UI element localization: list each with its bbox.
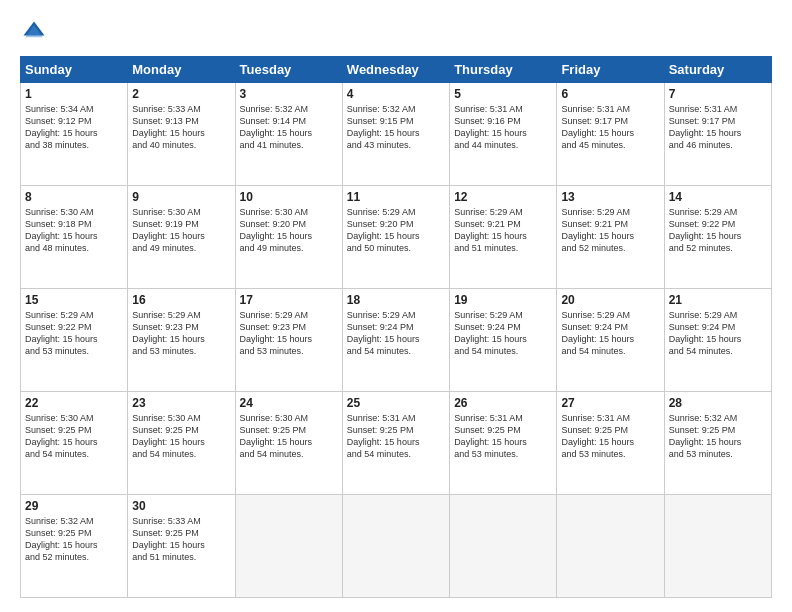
day-cell: 5Sunrise: 5:31 AM Sunset: 9:16 PM Daylig… [450, 83, 557, 186]
day-number: 28 [669, 396, 767, 410]
week-row-5: 29Sunrise: 5:32 AM Sunset: 9:25 PM Dayli… [21, 495, 772, 598]
day-cell [342, 495, 449, 598]
day-cell: 9Sunrise: 5:30 AM Sunset: 9:19 PM Daylig… [128, 186, 235, 289]
day-cell: 19Sunrise: 5:29 AM Sunset: 9:24 PM Dayli… [450, 289, 557, 392]
day-cell: 16Sunrise: 5:29 AM Sunset: 9:23 PM Dayli… [128, 289, 235, 392]
day-cell: 13Sunrise: 5:29 AM Sunset: 9:21 PM Dayli… [557, 186, 664, 289]
day-number: 8 [25, 190, 123, 204]
day-info: Sunrise: 5:30 AM Sunset: 9:25 PM Dayligh… [240, 412, 338, 461]
week-row-2: 8Sunrise: 5:30 AM Sunset: 9:18 PM Daylig… [21, 186, 772, 289]
day-info: Sunrise: 5:31 AM Sunset: 9:25 PM Dayligh… [561, 412, 659, 461]
day-number: 1 [25, 87, 123, 101]
day-info: Sunrise: 5:29 AM Sunset: 9:24 PM Dayligh… [454, 309, 552, 358]
day-info: Sunrise: 5:29 AM Sunset: 9:22 PM Dayligh… [25, 309, 123, 358]
header-row: SundayMondayTuesdayWednesdayThursdayFrid… [21, 57, 772, 83]
day-info: Sunrise: 5:32 AM Sunset: 9:14 PM Dayligh… [240, 103, 338, 152]
day-cell: 15Sunrise: 5:29 AM Sunset: 9:22 PM Dayli… [21, 289, 128, 392]
day-info: Sunrise: 5:33 AM Sunset: 9:25 PM Dayligh… [132, 515, 230, 564]
day-info: Sunrise: 5:32 AM Sunset: 9:15 PM Dayligh… [347, 103, 445, 152]
day-cell: 29Sunrise: 5:32 AM Sunset: 9:25 PM Dayli… [21, 495, 128, 598]
day-cell: 17Sunrise: 5:29 AM Sunset: 9:23 PM Dayli… [235, 289, 342, 392]
col-header-tuesday: Tuesday [235, 57, 342, 83]
day-info: Sunrise: 5:31 AM Sunset: 9:17 PM Dayligh… [669, 103, 767, 152]
day-cell: 8Sunrise: 5:30 AM Sunset: 9:18 PM Daylig… [21, 186, 128, 289]
day-number: 9 [132, 190, 230, 204]
day-info: Sunrise: 5:29 AM Sunset: 9:20 PM Dayligh… [347, 206, 445, 255]
day-cell: 11Sunrise: 5:29 AM Sunset: 9:20 PM Dayli… [342, 186, 449, 289]
day-cell: 4Sunrise: 5:32 AM Sunset: 9:15 PM Daylig… [342, 83, 449, 186]
day-number: 2 [132, 87, 230, 101]
day-cell [664, 495, 771, 598]
day-info: Sunrise: 5:32 AM Sunset: 9:25 PM Dayligh… [25, 515, 123, 564]
calendar-table: SundayMondayTuesdayWednesdayThursdayFrid… [20, 56, 772, 598]
day-number: 15 [25, 293, 123, 307]
logo [20, 18, 52, 46]
day-number: 20 [561, 293, 659, 307]
week-row-1: 1Sunrise: 5:34 AM Sunset: 9:12 PM Daylig… [21, 83, 772, 186]
day-info: Sunrise: 5:30 AM Sunset: 9:19 PM Dayligh… [132, 206, 230, 255]
day-number: 11 [347, 190, 445, 204]
col-header-monday: Monday [128, 57, 235, 83]
col-header-thursday: Thursday [450, 57, 557, 83]
day-number: 14 [669, 190, 767, 204]
day-number: 22 [25, 396, 123, 410]
day-info: Sunrise: 5:30 AM Sunset: 9:25 PM Dayligh… [25, 412, 123, 461]
day-cell: 7Sunrise: 5:31 AM Sunset: 9:17 PM Daylig… [664, 83, 771, 186]
day-number: 5 [454, 87, 552, 101]
day-number: 26 [454, 396, 552, 410]
day-cell: 1Sunrise: 5:34 AM Sunset: 9:12 PM Daylig… [21, 83, 128, 186]
day-info: Sunrise: 5:29 AM Sunset: 9:21 PM Dayligh… [561, 206, 659, 255]
day-info: Sunrise: 5:30 AM Sunset: 9:18 PM Dayligh… [25, 206, 123, 255]
day-info: Sunrise: 5:29 AM Sunset: 9:21 PM Dayligh… [454, 206, 552, 255]
day-cell: 20Sunrise: 5:29 AM Sunset: 9:24 PM Dayli… [557, 289, 664, 392]
day-number: 4 [347, 87, 445, 101]
day-cell: 26Sunrise: 5:31 AM Sunset: 9:25 PM Dayli… [450, 392, 557, 495]
day-number: 12 [454, 190, 552, 204]
day-cell: 14Sunrise: 5:29 AM Sunset: 9:22 PM Dayli… [664, 186, 771, 289]
day-cell: 28Sunrise: 5:32 AM Sunset: 9:25 PM Dayli… [664, 392, 771, 495]
day-number: 13 [561, 190, 659, 204]
day-cell: 10Sunrise: 5:30 AM Sunset: 9:20 PM Dayli… [235, 186, 342, 289]
day-cell: 25Sunrise: 5:31 AM Sunset: 9:25 PM Dayli… [342, 392, 449, 495]
col-header-sunday: Sunday [21, 57, 128, 83]
day-cell [557, 495, 664, 598]
calendar-body: 1Sunrise: 5:34 AM Sunset: 9:12 PM Daylig… [21, 83, 772, 598]
day-number: 23 [132, 396, 230, 410]
day-info: Sunrise: 5:29 AM Sunset: 9:22 PM Dayligh… [669, 206, 767, 255]
day-info: Sunrise: 5:30 AM Sunset: 9:25 PM Dayligh… [132, 412, 230, 461]
day-number: 21 [669, 293, 767, 307]
day-info: Sunrise: 5:31 AM Sunset: 9:25 PM Dayligh… [347, 412, 445, 461]
day-cell: 21Sunrise: 5:29 AM Sunset: 9:24 PM Dayli… [664, 289, 771, 392]
day-cell [235, 495, 342, 598]
day-number: 18 [347, 293, 445, 307]
day-cell: 12Sunrise: 5:29 AM Sunset: 9:21 PM Dayli… [450, 186, 557, 289]
day-cell: 27Sunrise: 5:31 AM Sunset: 9:25 PM Dayli… [557, 392, 664, 495]
day-info: Sunrise: 5:29 AM Sunset: 9:23 PM Dayligh… [132, 309, 230, 358]
day-info: Sunrise: 5:32 AM Sunset: 9:25 PM Dayligh… [669, 412, 767, 461]
logo-icon [20, 18, 48, 46]
day-number: 3 [240, 87, 338, 101]
day-number: 27 [561, 396, 659, 410]
day-info: Sunrise: 5:33 AM Sunset: 9:13 PM Dayligh… [132, 103, 230, 152]
day-cell: 18Sunrise: 5:29 AM Sunset: 9:24 PM Dayli… [342, 289, 449, 392]
day-cell: 22Sunrise: 5:30 AM Sunset: 9:25 PM Dayli… [21, 392, 128, 495]
day-number: 30 [132, 499, 230, 513]
day-number: 19 [454, 293, 552, 307]
day-info: Sunrise: 5:30 AM Sunset: 9:20 PM Dayligh… [240, 206, 338, 255]
col-header-wednesday: Wednesday [342, 57, 449, 83]
day-cell: 6Sunrise: 5:31 AM Sunset: 9:17 PM Daylig… [557, 83, 664, 186]
col-header-saturday: Saturday [664, 57, 771, 83]
day-info: Sunrise: 5:29 AM Sunset: 9:23 PM Dayligh… [240, 309, 338, 358]
day-info: Sunrise: 5:29 AM Sunset: 9:24 PM Dayligh… [347, 309, 445, 358]
day-info: Sunrise: 5:31 AM Sunset: 9:16 PM Dayligh… [454, 103, 552, 152]
day-number: 16 [132, 293, 230, 307]
day-number: 7 [669, 87, 767, 101]
day-number: 25 [347, 396, 445, 410]
day-number: 24 [240, 396, 338, 410]
page: SundayMondayTuesdayWednesdayThursdayFrid… [0, 0, 792, 612]
day-cell: 3Sunrise: 5:32 AM Sunset: 9:14 PM Daylig… [235, 83, 342, 186]
header [20, 18, 772, 46]
day-number: 17 [240, 293, 338, 307]
day-number: 29 [25, 499, 123, 513]
day-info: Sunrise: 5:31 AM Sunset: 9:17 PM Dayligh… [561, 103, 659, 152]
